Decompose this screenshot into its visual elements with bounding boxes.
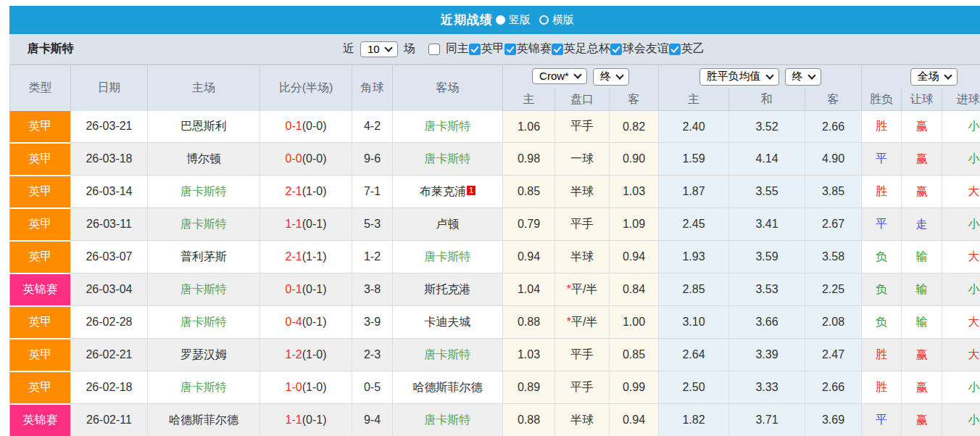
cell-date: 26-03-11 [71,208,148,241]
odds-time-select[interactable]: 终 [593,68,629,86]
filter-checkbox-label[interactable]: 英足总杯 [564,41,610,57]
recent-count-select[interactable]: 10 [360,41,398,57]
cell-handicap-away-odds: 0.84 [610,273,659,306]
cell-date: 26-03-14 [71,176,148,208]
checkbox-unchecked-icon[interactable] [428,44,440,55]
team-link[interactable]: 罗瑟汉姆 [180,348,227,361]
cell-avg-draw-odds: 3.71 [729,404,805,436]
cell-corners: 3-8 [352,273,393,306]
cell-goals-result: 小 [942,273,980,306]
cell-handicap-result: 赢 [902,371,942,404]
cell-handicap-away-odds: 1.03 [610,176,659,208]
filter-checkbox-league-2[interactable]: 英锦赛 [504,41,552,57]
team-link[interactable]: 唐卡斯特 [425,414,471,426]
results-table: 类型 日期 主场 比分(半场) 角球 客场 Crow*终 胜平负均值终 全场 主… [9,65,980,436]
cell-outcome-result: 负 [862,306,902,339]
filter-checkbox-league-5[interactable]: 英乙 [669,41,705,57]
radio-horizontal-label[interactable]: 横版 [552,13,574,27]
avg-time-select[interactable]: 终 [785,68,821,86]
team-link[interactable]: 唐卡斯特 [425,348,471,361]
cell-handicap-home-odds: 1.06 [503,111,555,143]
team-link[interactable]: 博尔顿 [186,152,221,165]
cell-handicap-home-odds: 0.85 [503,176,555,208]
team-link[interactable]: 唐卡斯特 [425,120,471,132]
checkbox-checked-icon[interactable] [504,44,516,55]
team-link[interactable]: 卢顿 [436,218,460,230]
cell-goals-result: 大 [942,339,980,371]
cell-score: 1-2(1-0) [260,339,352,371]
radio-unselected-icon[interactable] [539,15,549,25]
team-link[interactable]: 唐卡斯特 [180,381,227,393]
cell-outcome-result: 胜 [862,371,902,404]
cell-home-team: 唐卡斯特 [148,371,260,404]
radio-vertical-label[interactable]: 竖版 [509,13,531,27]
team-link[interactable]: 哈德斯菲尔德 [169,414,238,426]
team-link[interactable]: 唐卡斯特 [425,152,471,165]
cell-avg-away-odds: 2.67 [805,208,862,241]
checkbox-checked-icon[interactable] [469,44,481,55]
sub-header-avg-away: 客 [805,89,862,111]
cell-handicap-away-odds: 0.94 [610,241,659,273]
team-link[interactable]: 巴恩斯利 [180,120,227,132]
cell-score: 0-1(0-1) [260,273,352,306]
cell-handicap-home-odds: 0.88 [503,404,555,436]
halftime-score: (0-1) [302,414,327,426]
avg-group-header: 胜平负均值终 [659,65,862,89]
cell-handicap-line: 半球 [555,404,610,436]
cell-handicap-result: 走 [902,208,942,241]
match-row: 英甲26-02-28唐卡斯特0-4(0-1)3-9卡迪夫城0.88*平/半1.0… [10,306,980,339]
cell-score: 0-0(0-0) [260,143,352,176]
team-link[interactable]: 唐卡斯特 [180,218,227,230]
team-link[interactable]: 布莱克浦 [420,185,466,197]
cell-league-type: 英甲 [10,371,71,404]
odds-source-select[interactable]: Crow* [532,68,587,84]
cell-handicap-away-odds: 0.90 [610,143,659,176]
cell-outcome-result: 胜 [862,111,902,143]
cell-home-team: 唐卡斯特 [148,208,260,241]
cell-corners: 7-1 [352,176,393,208]
match-row: 英甲26-03-14唐卡斯特2-1(1-0)7-1布莱克浦10.85半球1.03… [10,176,980,208]
filter-checkbox-league-3[interactable]: 英足总杯 [552,41,610,57]
team-link[interactable]: 斯托克港 [425,283,471,295]
filter-checkbox-label[interactable]: 英乙 [681,41,705,57]
cell-score: 1-1(0-1) [260,404,352,436]
checkbox-checked-icon[interactable] [552,44,563,55]
filter-checkbox-league-1[interactable]: 英甲 [469,41,504,57]
filter-checkbox-label[interactable]: 英锦赛 [517,41,552,57]
filter-checkbox-label[interactable]: 同主 [446,41,469,57]
filter-checkbox-label[interactable]: 英甲 [481,41,504,57]
cell-date: 26-02-18 [71,371,148,404]
team-link[interactable]: 卡迪夫城 [425,316,471,328]
team-link[interactable]: 哈德斯菲尔德 [413,381,483,393]
team-link[interactable]: 唐卡斯特 [425,250,471,263]
sub-header-handicap-home: 主 [503,89,555,111]
team-link[interactable]: 普利茅斯 [180,250,227,263]
cell-handicap-line: 平手 [555,208,610,241]
cell-handicap-result: 赢 [902,111,942,143]
team-link[interactable]: 唐卡斯特 [180,283,227,295]
filter-checkbox-label[interactable]: 球会友谊 [623,41,669,57]
cell-home-team: 唐卡斯特 [148,176,260,208]
avg-source-select[interactable]: 胜平负均值 [699,68,779,86]
cell-outcome-result: 平 [862,143,902,176]
team-link[interactable]: 唐卡斯特 [180,185,227,197]
checkbox-checked-icon[interactable] [669,44,681,55]
scope-select[interactable]: 全场 [910,68,958,86]
cell-avg-draw-odds: 3.53 [729,273,805,306]
fulltime-score: 0-4 [286,316,302,328]
team-link[interactable]: 唐卡斯特 [180,316,227,328]
layout-radio-horizontal[interactable]: 横版 [532,13,574,27]
cell-outcome-result: 胜 [862,176,902,208]
radio-selected-icon[interactable] [496,15,505,25]
cell-goals-result: 大 [942,241,980,273]
match-row: 英甲26-02-18唐卡斯特1-0(1-0)0-5哈德斯菲尔德0.89平手0.9… [10,371,980,404]
checkbox-checked-icon[interactable] [610,44,622,55]
recent-results-panel: 近期战绩 竖版 横版 唐卡斯特 近 10 场 同主英甲英锦赛英足总杯球会友谊英乙 [9,6,980,436]
cell-score: 1-0(1-0) [260,371,352,404]
cell-away-team: 哈德斯菲尔德 [393,371,503,404]
cell-avg-draw-odds: 3.55 [729,176,805,208]
fulltime-score: 0-0 [286,152,302,165]
layout-radio-vertical[interactable]: 竖版 [494,13,531,27]
filter-checkbox-same-home[interactable]: 同主 [423,41,469,57]
filter-checkbox-league-4[interactable]: 球会友谊 [610,41,669,57]
